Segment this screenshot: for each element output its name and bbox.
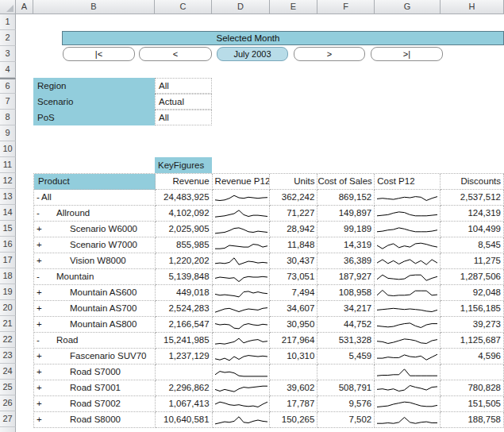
product-cell[interactable]: -Mountain: [34, 269, 156, 285]
cost-of-sales-cell[interactable]: 36,389: [317, 253, 375, 269]
cost-p12-sparkline-cell[interactable]: [375, 349, 441, 364]
cost-p12-sparkline-cell[interactable]: [375, 269, 441, 285]
cost-of-sales-cell[interactable]: 108,958: [317, 285, 375, 301]
units-cell[interactable]: 30,437: [270, 253, 317, 269]
discounts-cell[interactable]: 8,545: [441, 237, 504, 253]
column-header-letter-G[interactable]: G: [375, 0, 441, 14]
row-header-8[interactable]: 8: [0, 110, 16, 125]
revenue-cell[interactable]: 1,067,413: [156, 396, 213, 412]
revenue-cell[interactable]: 2,166,547: [156, 317, 213, 333]
cost-of-sales-cell[interactable]: 14,319: [317, 237, 375, 253]
row-header-3[interactable]: 3: [0, 46, 16, 62]
revenue-cell[interactable]: 855,985: [156, 237, 213, 253]
collapse-toggle[interactable]: -: [37, 206, 40, 221]
row-header-14[interactable]: 14: [0, 205, 16, 221]
filter-value-pos[interactable]: All: [155, 110, 212, 125]
row-header-9[interactable]: 9: [0, 125, 16, 141]
expand-toggle[interactable]: +: [37, 253, 42, 268]
column-header-letter-A[interactable]: A: [16, 0, 33, 14]
discounts-cell[interactable]: 2,537,512: [441, 190, 504, 206]
revenue-p12-sparkline-cell[interactable]: [213, 412, 271, 428]
revenue-p12-sparkline-cell[interactable]: [213, 333, 271, 349]
revenue-p12-sparkline-cell[interactable]: [213, 253, 271, 269]
cost-of-sales-cell[interactable]: 531,328: [317, 333, 375, 349]
collapse-toggle[interactable]: -: [37, 190, 40, 205]
row-header-25[interactable]: 25: [0, 380, 16, 395]
row-header-22[interactable]: 22: [0, 332, 16, 348]
expand-toggle[interactable]: +: [37, 349, 42, 364]
expand-toggle[interactable]: +: [37, 237, 42, 253]
units-cell[interactable]: 73,051: [270, 269, 317, 285]
cost-p12-sparkline-cell[interactable]: [375, 380, 441, 396]
expand-toggle[interactable]: +: [37, 222, 42, 237]
units-cell[interactable]: 362,242: [270, 190, 317, 206]
expand-toggle[interactable]: +: [37, 364, 42, 380]
cost-p12-sparkline-cell[interactable]: [375, 396, 441, 412]
row-header-23[interactable]: 23: [0, 348, 16, 364]
row-header-15[interactable]: 15: [0, 221, 16, 237]
row-header-4[interactable]: 4: [0, 62, 16, 78]
discounts-cell[interactable]: 124,319: [441, 206, 504, 222]
row-header-27[interactable]: 27: [0, 411, 16, 427]
revenue-cell[interactable]: 5,139,848: [156, 269, 213, 285]
product-cell[interactable]: +Mountain AS600: [34, 285, 156, 301]
last-month-button[interactable]: >|: [371, 47, 443, 61]
product-cell[interactable]: -Road: [34, 333, 156, 349]
cost-p12-sparkline-cell[interactable]: [375, 206, 441, 222]
cost-of-sales-cell[interactable]: 149,897: [317, 206, 375, 222]
units-cell[interactable]: 7,494: [270, 285, 317, 301]
cost-p12-sparkline-cell[interactable]: [375, 412, 441, 428]
row-header-11[interactable]: 11: [0, 157, 16, 173]
select-all-corner[interactable]: [0, 0, 16, 14]
expand-toggle[interactable]: +: [37, 317, 42, 332]
expand-toggle[interactable]: +: [37, 396, 42, 411]
revenue-p12-sparkline-cell[interactable]: [213, 349, 271, 364]
collapse-toggle[interactable]: -: [37, 269, 40, 284]
row-header-12[interactable]: 12: [0, 173, 16, 189]
row-header-2[interactable]: 2: [0, 30, 16, 46]
column-header-letter-F[interactable]: F: [317, 0, 375, 14]
next-month-button[interactable]: >: [294, 47, 365, 61]
discounts-cell[interactable]: 92,048: [441, 285, 504, 301]
cost-of-sales-cell[interactable]: 508,791: [317, 380, 375, 396]
revenue-cell[interactable]: 4,102,092: [156, 206, 213, 222]
revenue-p12-sparkline-cell[interactable]: [213, 269, 271, 285]
units-cell[interactable]: 30,950: [270, 317, 317, 333]
cost-of-sales-cell[interactable]: 187,927: [317, 269, 375, 285]
units-cell[interactable]: 150,265: [270, 412, 317, 428]
discounts-cell[interactable]: 780,828: [441, 380, 504, 396]
cost-p12-sparkline-cell[interactable]: [375, 364, 441, 380]
units-cell[interactable]: 34,607: [270, 301, 317, 317]
row-header-26[interactable]: 26: [0, 395, 16, 411]
revenue-cell[interactable]: [156, 364, 213, 380]
cost-of-sales-cell[interactable]: [317, 364, 375, 380]
cost-of-sales-cell[interactable]: 44,752: [317, 317, 375, 333]
cost-p12-sparkline-cell[interactable]: [375, 285, 441, 301]
product-cell[interactable]: +Fascenario SUV70: [34, 349, 156, 364]
revenue-cell[interactable]: 1,220,202: [156, 253, 213, 269]
product-cell[interactable]: -All: [34, 190, 156, 206]
cost-p12-sparkline-cell[interactable]: [375, 222, 441, 237]
revenue-p12-sparkline-cell[interactable]: [213, 364, 271, 380]
column-header-letter-H[interactable]: H: [441, 0, 504, 14]
row-header-17[interactable]: 17: [0, 253, 16, 268]
discounts-cell[interactable]: 104,499: [441, 222, 504, 237]
revenue-cell[interactable]: 449,018: [156, 285, 213, 301]
revenue-p12-sparkline-cell[interactable]: [213, 380, 271, 396]
units-cell[interactable]: 71,227: [270, 206, 317, 222]
column-header-letter-D[interactable]: D: [212, 0, 270, 14]
product-cell[interactable]: +Road S7002: [34, 396, 156, 412]
units-cell[interactable]: 39,602: [270, 380, 317, 396]
product-cell[interactable]: +Scenario W6000: [34, 222, 156, 237]
collapse-toggle[interactable]: -: [37, 333, 40, 348]
row-header-1[interactable]: 1: [0, 14, 16, 30]
column-header-letter-B[interactable]: B: [33, 0, 155, 14]
cost-p12-sparkline-cell[interactable]: [375, 333, 441, 349]
discounts-cell[interactable]: 4,596: [441, 349, 504, 364]
row-header-21[interactable]: 21: [0, 316, 16, 332]
revenue-cell[interactable]: 2,524,283: [156, 301, 213, 317]
product-cell[interactable]: +Road S8000: [34, 412, 156, 428]
row-header-10[interactable]: 10: [0, 141, 16, 157]
product-cell[interactable]: +Vision W8000: [34, 253, 156, 269]
product-cell[interactable]: +Scenario W7000: [34, 237, 156, 253]
